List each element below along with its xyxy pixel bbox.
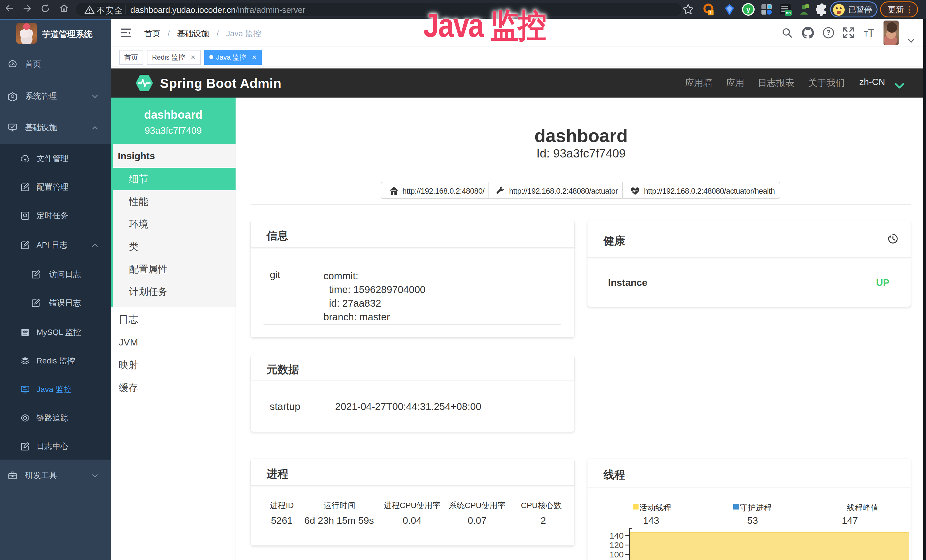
svg-text:?: ? [826, 29, 831, 36]
svg-text:on: on [786, 11, 791, 15]
svg-text:T: T [868, 28, 875, 38]
svg-text:1: 1 [710, 10, 712, 15]
